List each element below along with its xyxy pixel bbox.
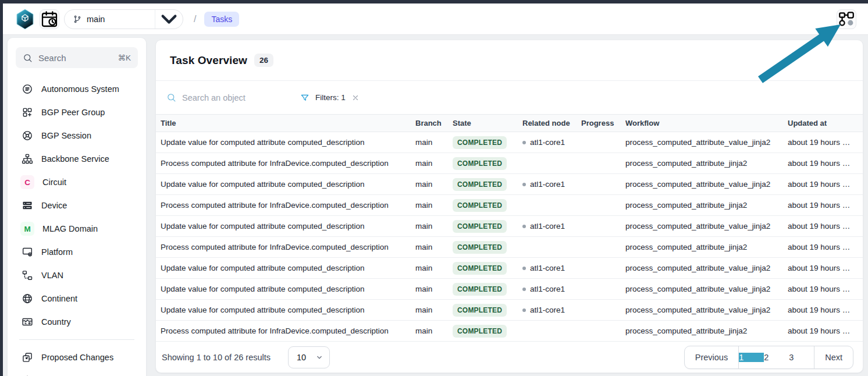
- branch-dropdown-toggle[interactable]: [155, 10, 183, 29]
- cell-state: COMPLETED: [453, 304, 522, 317]
- cell-branch: main: [415, 285, 453, 293]
- cell-title: Update value for computed attribute comp…: [161, 264, 415, 272]
- column-header-title: Title: [161, 119, 415, 127]
- cell-updated-at: about 19 hours ago: [788, 306, 856, 314]
- sidebar-item-autonomous-system[interactable]: Autonomous System: [13, 77, 140, 101]
- schema-button[interactable]: [837, 9, 856, 29]
- clear-filters-icon[interactable]: [351, 94, 360, 102]
- filters-group: Filters: 1: [300, 93, 360, 102]
- table-row[interactable]: Process computed attribute for InfraDevi…: [156, 321, 863, 342]
- cell-updated-at: about 19 hours ago: [788, 138, 856, 147]
- column-header-workflow: Workflow: [625, 119, 788, 127]
- pager-pages: 123: [738, 346, 814, 368]
- search-icon: [166, 93, 176, 102]
- state-badge: COMPLETED: [453, 220, 507, 233]
- related-node-label: atl1-core1: [530, 264, 565, 272]
- cell-workflow: process_computed_attribute_jinja2: [625, 159, 788, 168]
- page-button-1[interactable]: 1: [739, 353, 764, 362]
- sidebar-item-circuit[interactable]: CCircuit: [13, 171, 140, 194]
- cell-branch: main: [415, 201, 453, 210]
- breadcrumb-tasks[interactable]: Tasks: [204, 12, 239, 27]
- sidebar-search-shortcut: ⌘K: [118, 53, 131, 62]
- cell-title: Process computed attribute for InfraDevi…: [161, 159, 415, 168]
- infrahub-logo[interactable]: [15, 8, 35, 30]
- page-size-select[interactable]: 10: [288, 346, 330, 368]
- sidebar-item-bgp-session[interactable]: BGP Session: [13, 124, 140, 147]
- pagination-bar: Showing 1 to 10 of 26 results 10 Previou…: [156, 342, 863, 373]
- state-badge: COMPLETED: [453, 178, 507, 191]
- cell-workflow: process_computed_attribute_value_jinja2: [625, 138, 788, 147]
- branch-selector[interactable]: main: [64, 9, 183, 29]
- sidebar-item-label: Platform: [41, 247, 73, 257]
- cell-branch: main: [415, 327, 453, 335]
- object-search-input[interactable]: [182, 93, 310, 102]
- time-travel-button[interactable]: [40, 9, 59, 29]
- autonomous-system-icon: [22, 83, 33, 95]
- sidebar-item-object-management[interactable]: Object Management: [13, 369, 140, 376]
- related-node-label: atl1-core1: [530, 180, 565, 189]
- table-row[interactable]: Update value for computed attribute comp…: [156, 300, 863, 321]
- calendar-clock-icon: [40, 10, 59, 29]
- related-node-label: atl1-core1: [530, 285, 565, 293]
- cell-title: Process computed attribute for InfraDevi…: [161, 243, 415, 251]
- page-button-3[interactable]: 3: [789, 353, 814, 362]
- cell-state: COMPLETED: [453, 262, 522, 275]
- node-dot: [522, 183, 526, 186]
- cell-title: Update value for computed attribute comp…: [161, 306, 415, 314]
- cell-related-node: atl1-core1: [522, 306, 581, 314]
- branch-name: main: [87, 15, 105, 24]
- next-page-button[interactable]: Next: [814, 346, 853, 368]
- sidebar-item-proposed-changes[interactable]: Proposed Changes: [13, 346, 140, 369]
- sidebar-item-bgp-peer-group[interactable]: BGP Peer Group: [13, 101, 140, 124]
- cell-updated-at: about 19 hours ago: [788, 243, 856, 251]
- cell-workflow: process_computed_attribute_value_jinja2: [625, 222, 788, 230]
- breadcrumb-separator: /: [194, 14, 196, 24]
- table-row[interactable]: Process computed attribute for InfraDevi…: [156, 153, 863, 174]
- git-branch-icon: [73, 15, 82, 24]
- page-size-value: 10: [297, 353, 306, 362]
- sidebar-item-device[interactable]: Device: [13, 194, 140, 217]
- sidebar-item-label: Circuit: [42, 178, 66, 187]
- table-row[interactable]: Update value for computed attribute comp…: [156, 258, 863, 279]
- letter-icon: C: [20, 175, 34, 189]
- filters-label: Filters: 1: [315, 93, 346, 102]
- cell-state: COMPLETED: [453, 283, 522, 296]
- state-badge: COMPLETED: [453, 157, 507, 170]
- sidebar-item-mlag-domain[interactable]: MMLAG Domain: [13, 217, 140, 240]
- page-button-2[interactable]: 2: [764, 353, 789, 362]
- chevron-down-icon: [315, 353, 323, 361]
- column-header-state: State: [453, 119, 522, 127]
- device-icon: [22, 200, 33, 211]
- cell-branch: main: [415, 180, 453, 189]
- table-row[interactable]: Update value for computed attribute comp…: [156, 279, 863, 300]
- cell-related-node: atl1-core1: [522, 264, 581, 272]
- sidebar-item-label: BGP Session: [41, 131, 91, 140]
- column-header-related-node: Related node: [522, 119, 581, 127]
- branch-current[interactable]: main: [65, 15, 155, 24]
- cell-workflow: process_computed_attribute_jinja2: [625, 201, 788, 210]
- previous-page-button[interactable]: Previous: [685, 346, 738, 368]
- task-overview-card: Task Overview 26 Filters: 1 TitleBranchS…: [155, 40, 863, 373]
- sidebar-item-vlan[interactable]: VLAN: [13, 264, 140, 287]
- node-dot: [522, 288, 526, 291]
- node-dot: [522, 225, 526, 228]
- sidebar-item-platform[interactable]: Platform: [13, 240, 140, 264]
- table-row[interactable]: Update value for computed attribute comp…: [156, 132, 863, 153]
- state-badge: COMPLETED: [453, 241, 507, 254]
- state-badge: COMPLETED: [453, 283, 507, 296]
- table-row[interactable]: Update value for computed attribute comp…: [156, 216, 863, 237]
- table-row[interactable]: Process computed attribute for InfraDevi…: [156, 195, 863, 216]
- table-row[interactable]: Update value for computed attribute comp…: [156, 174, 863, 195]
- cell-state: COMPLETED: [453, 136, 522, 149]
- sidebar-item-country[interactable]: Country: [13, 310, 140, 334]
- state-badge: COMPLETED: [453, 304, 507, 317]
- sidebar-item-continent[interactable]: Continent: [13, 287, 140, 310]
- sidebar-item-backbone-service[interactable]: Backbone Service: [13, 147, 140, 171]
- card-header: Task Overview 26: [156, 40, 863, 80]
- funnel-icon[interactable]: [300, 93, 310, 102]
- table-row[interactable]: Process computed attribute for InfraDevi…: [156, 237, 863, 258]
- sidebar-item-label: Backbone Service: [41, 154, 109, 164]
- column-header-progress: Progress: [581, 119, 625, 127]
- sidebar-search[interactable]: Search ⌘K: [16, 47, 138, 68]
- sidebar: Search ⌘K Autonomous SystemBGP Peer Grou…: [7, 37, 147, 376]
